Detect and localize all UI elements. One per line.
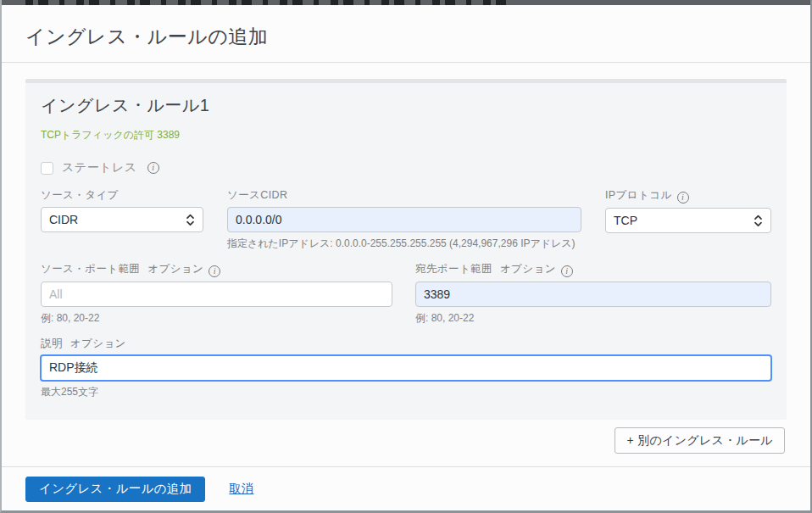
ip-protocol-select[interactable]: TCP	[605, 208, 771, 233]
description-helper: 最大255文字	[41, 385, 771, 399]
source-type-field-group: ソース・タイプ CIDR	[41, 188, 203, 251]
source-type-label-text: ソース・タイプ	[41, 189, 119, 201]
dest-port-field-group: 宛先ポート範囲オプションi 例: 80, 20-22	[415, 262, 771, 326]
source-type-select[interactable]: CIDR	[41, 207, 203, 232]
rule-summary-text: TCPトラフィックの許可 3389	[41, 128, 771, 142]
dest-port-info-icon[interactable]: i	[561, 265, 573, 277]
stateless-label: ステートレス	[62, 160, 137, 176]
ip-protocol-field-group: IPプロトコルi TCP	[605, 188, 771, 251]
dialog-header: イングレス・ルールの追加	[2, 5, 810, 63]
rule-heading: イングレス・ルール1	[41, 94, 771, 117]
description-label: 説明オプション	[41, 337, 771, 351]
source-cidr-field-group: ソースCIDR 指定されたIPアドレス: 0.0.0.0-255.255.255…	[227, 188, 581, 251]
dialog-title: イングレス・ルールの追加	[25, 24, 787, 50]
source-port-label-text: ソース・ポート範囲	[41, 263, 140, 275]
ip-protocol-info-icon[interactable]: i	[677, 192, 689, 204]
submit-add-ingress-rule-button[interactable]: イングレス・ルールの追加	[25, 477, 205, 502]
form-row-source: ソース・タイプ CIDR ソースCIDR 指定されたIPアドレス: 0.0.0.…	[41, 188, 771, 251]
add-another-rule-button[interactable]: + 別のイングレス・ルール	[615, 427, 785, 454]
form-row-ports: ソース・ポート範囲オプションi 例: 80, 20-22 宛先ポート範囲オプショ…	[41, 262, 771, 326]
source-type-value: CIDR	[49, 213, 78, 226]
source-cidr-helper: 指定されたIPアドレス: 0.0.0.0-255.255.255.255 (4,…	[227, 237, 581, 251]
another-rule-row: + 別のイングレス・ルール	[27, 427, 785, 454]
source-cidr-label-text: ソースCIDR	[227, 189, 287, 201]
add-ingress-rule-dialog: イングレス・ルールの追加 イングレス・ルール1 TCPトラフィックの許可 338…	[0, 0, 812, 513]
source-cidr-label: ソースCIDR	[227, 188, 581, 203]
description-input[interactable]	[40, 354, 772, 382]
ip-protocol-value: TCP	[614, 214, 637, 227]
clipped-background-text	[25, 0, 510, 5]
description-label-text: 説明	[41, 337, 63, 349]
stateless-row: ステートレス i	[41, 160, 771, 176]
dialog-footer: イングレス・ルールの追加 取消	[2, 466, 810, 510]
dest-port-label-text: 宛先ポート範囲	[415, 263, 492, 275]
source-port-input[interactable]	[41, 282, 392, 307]
chevron-up-down-icon	[754, 214, 763, 228]
source-port-helper: 例: 80, 20-22	[41, 311, 392, 326]
dest-port-input[interactable]	[415, 282, 771, 307]
source-type-label: ソース・タイプ	[41, 188, 203, 203]
ip-protocol-label-text: IPプロトコル	[605, 189, 672, 201]
dest-port-label: 宛先ポート範囲オプションi	[415, 262, 771, 277]
description-optional-text: オプション	[70, 337, 126, 349]
stateless-checkbox[interactable]	[41, 162, 53, 175]
ingress-rule-card: イングレス・ルール1 TCPトラフィックの許可 3389 ステートレス i ソー…	[25, 79, 787, 420]
stateless-info-icon[interactable]: i	[147, 162, 159, 174]
dest-port-optional-text: オプション	[500, 263, 556, 275]
source-cidr-input[interactable]	[227, 207, 581, 232]
source-port-optional-text: オプション	[147, 263, 203, 275]
source-port-field-group: ソース・ポート範囲オプションi 例: 80, 20-22	[41, 262, 392, 326]
source-port-info-icon[interactable]: i	[209, 265, 220, 277]
form-row-description: 説明オプション 最大255文字	[41, 337, 771, 399]
cancel-link[interactable]: 取消	[229, 481, 253, 497]
ip-protocol-label: IPプロトコルi	[605, 188, 771, 204]
background-page-strip	[2, 0, 810, 5]
dest-port-helper: 例: 80, 20-22	[415, 311, 771, 326]
source-port-label: ソース・ポート範囲オプションi	[41, 262, 392, 277]
chevron-up-down-icon	[186, 213, 195, 227]
